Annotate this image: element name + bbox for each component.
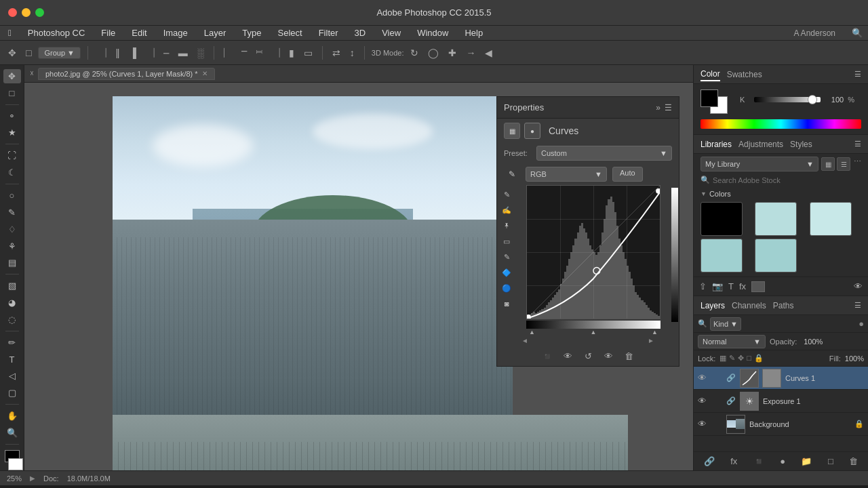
curves-action-redo[interactable]: 👁	[601, 348, 616, 363]
lock-artboard-icon[interactable]: □	[747, 354, 751, 363]
foreground-swatch[interactable]	[701, 89, 718, 107]
marquee-tool[interactable]: □	[3, 86, 21, 100]
curves-tool-2[interactable]: ✍	[500, 203, 513, 217]
menu-filter[interactable]: Filter	[316, 28, 341, 38]
distribute-icon-4[interactable]: ⎹	[269, 45, 282, 60]
lock-all-icon[interactable]: 🔒	[754, 354, 764, 363]
adjustment-btn[interactable]: ●	[780, 456, 785, 466]
kind-dropdown[interactable]: Kind ▼	[710, 317, 741, 331]
align-icon-1[interactable]: ⎹	[95, 45, 108, 60]
curves-action-delete[interactable]: 🗑	[621, 348, 636, 363]
menu-window[interactable]: Window	[414, 28, 451, 38]
path-tool[interactable]: ◁	[3, 369, 21, 383]
group-dropdown[interactable]: Group ▼	[38, 47, 80, 59]
mask-btn[interactable]: ◾	[753, 456, 764, 466]
color-swatch-2[interactable]	[810, 202, 852, 236]
text-tool[interactable]: T	[3, 352, 21, 367]
lock-pixel-icon[interactable]: ▦	[719, 354, 726, 363]
new-layer-btn[interactable]: □	[828, 456, 833, 466]
maximize-button[interactable]	[35, 8, 44, 17]
props-expand-btn[interactable]: »	[656, 103, 660, 113]
status-arrow[interactable]: ▶	[30, 474, 35, 482]
menu-view[interactable]: View	[379, 28, 403, 38]
colors-collapse-arrow[interactable]: ▼	[701, 190, 707, 197]
layers-menu-icon[interactable]: ☰	[854, 301, 861, 310]
curves-tool-4[interactable]: ▭	[500, 235, 513, 248]
3d-icon-4[interactable]: →	[463, 46, 478, 60]
curves-tool-1[interactable]: ✎	[500, 188, 513, 201]
close-button[interactable]	[8, 8, 17, 17]
clip-black-arrow[interactable]: ◄	[521, 337, 528, 344]
menu-image[interactable]: Image	[161, 28, 191, 38]
menu-3d[interactable]: 3D	[352, 28, 369, 38]
color-tab[interactable]: Color	[701, 68, 720, 81]
curves-tool-5[interactable]: ✎	[500, 250, 513, 264]
search-icon[interactable]: 🔍	[852, 28, 863, 38]
panel-menu-icon[interactable]: ☰	[854, 70, 861, 79]
swatches-tab[interactable]: Swatches	[727, 68, 762, 81]
exposure1-visibility[interactable]: 👁	[698, 396, 709, 406]
curves1-link[interactable]: 🔗	[726, 373, 736, 382]
lock-brush-icon[interactable]: ✎	[729, 354, 735, 363]
3d-icon-3[interactable]: ✚	[446, 46, 459, 60]
curves-graph[interactable]	[526, 185, 660, 319]
menu-file[interactable]: File	[98, 28, 118, 38]
menu-layer[interactable]: Layer	[201, 28, 229, 38]
libs-fx-icon[interactable]: fx	[739, 281, 746, 291]
document-tab[interactable]: photo2.jpg @ 25% (Curves 1, Layer Mask/8…	[38, 68, 215, 80]
curves-action-eye[interactable]: 👁	[560, 348, 575, 363]
white-point-triangle[interactable]: ▲	[652, 329, 658, 336]
history-brush-tool[interactable]: ⚘	[3, 239, 21, 253]
exposure1-link[interactable]: 🔗	[726, 396, 736, 405]
menu-photoshop[interactable]: Photoshop CC	[25, 28, 88, 38]
layers-tab[interactable]: Layers	[701, 301, 725, 310]
tab-close-icon[interactable]: ✕	[202, 70, 208, 77]
background-visibility[interactable]: 👁	[698, 419, 709, 429]
layer-filter-toggle[interactable]: ●	[859, 319, 864, 329]
move-tool-icon[interactable]: ✥	[5, 46, 19, 60]
dodge-tool[interactable]: ◌	[3, 312, 21, 327]
pen-tool[interactable]: ✏	[3, 336, 21, 350]
color-swatch-1[interactable]	[755, 202, 797, 236]
libraries-tab[interactable]: Libraries	[701, 140, 732, 149]
black-point-triangle[interactable]: ▲	[529, 329, 535, 336]
preset-dropdown[interactable]: Custom ▼	[536, 146, 672, 161]
distribute-icon-3[interactable]: ⎶	[254, 46, 264, 60]
color-swatch-3[interactable]	[701, 239, 743, 272]
paths-tab[interactable]: Paths	[773, 301, 794, 310]
search-stock-input[interactable]	[713, 176, 861, 184]
lib-grid-view[interactable]: ▦	[821, 157, 835, 171]
k-slider[interactable]	[754, 97, 821, 102]
libs-swatch-icon[interactable]	[751, 281, 765, 292]
midpoint-triangle[interactable]: ▲	[591, 329, 597, 336]
blend-mode-dropdown[interactable]: Normal ▼	[698, 335, 766, 348]
distribute-icon-5[interactable]: ▮	[286, 46, 297, 60]
brush-tool[interactable]: ✎	[3, 205, 21, 220]
lock-move-icon[interactable]: ✥	[738, 354, 744, 363]
blur-tool[interactable]: ◕	[3, 296, 21, 310]
align-icon-6[interactable]: ▬	[176, 46, 191, 60]
adjustments-tab[interactable]: Adjustments	[738, 140, 783, 149]
3d-icon-5[interactable]: ◀	[482, 46, 495, 60]
curves-tab-circle[interactable]: ●	[524, 123, 540, 139]
eraser-tool[interactable]: ▤	[3, 256, 21, 270]
3d-icon-1[interactable]: ↻	[408, 46, 421, 60]
curves-tool-7[interactable]: 🔵	[500, 281, 513, 295]
color-swatch-0[interactable]	[701, 202, 743, 236]
align-icon-5[interactable]: ⎼	[161, 46, 172, 60]
healing-brush-tool[interactable]: ○	[3, 188, 21, 203]
curves-tool-8[interactable]: ◙	[500, 297, 513, 310]
libs-upload-icon[interactable]: ⇧	[699, 281, 707, 291]
curves-tool-3[interactable]: 🖈	[500, 219, 513, 232]
distribute-icon-2[interactable]: ⎻	[239, 46, 250, 60]
fx-btn[interactable]: fx	[730, 456, 737, 466]
curves-svg[interactable]	[527, 186, 660, 319]
tab-close-btn[interactable]: ☓	[30, 69, 34, 78]
3d-icon-2[interactable]: ◯	[425, 46, 441, 60]
channels-tab[interactable]: Channels	[732, 301, 766, 310]
auto-button[interactable]: Auto	[612, 167, 643, 182]
channel-dropdown[interactable]: RGB ▼	[526, 167, 607, 182]
artboard-icon[interactable]: □	[23, 46, 34, 60]
background-color[interactable]	[8, 458, 23, 470]
clone-stamp-tool[interactable]: ♢	[3, 222, 21, 237]
